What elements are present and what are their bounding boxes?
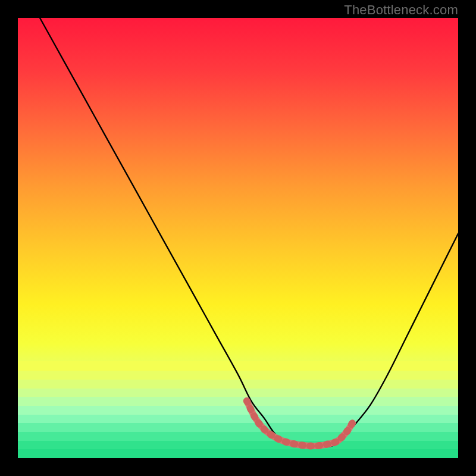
plot-area — [18, 18, 458, 458]
watermark-text: TheBottleneck.com — [344, 2, 458, 18]
bottom-highlight-dots — [247, 401, 353, 446]
curve-layer — [18, 18, 458, 458]
main-curve-path — [40, 18, 458, 447]
chart-frame: TheBottleneck.com — [0, 0, 476, 476]
